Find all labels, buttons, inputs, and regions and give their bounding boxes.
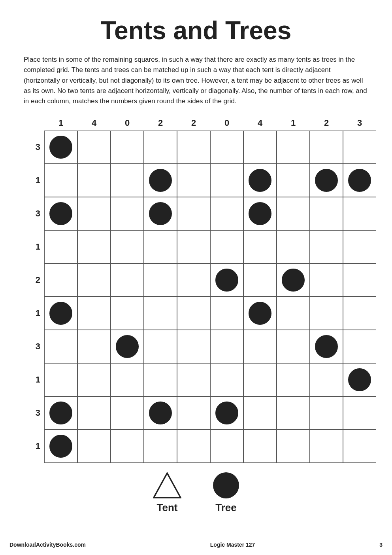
grid-cell-0-8[interactable]	[310, 131, 343, 164]
grid-cell-3-6[interactable]	[243, 230, 277, 263]
grid-cell-5-9[interactable]	[343, 297, 376, 330]
grid-cell-9-5[interactable]	[210, 430, 243, 463]
grid-cell-6-0[interactable]	[44, 330, 77, 363]
grid-cell-9-1[interactable]	[77, 430, 111, 463]
grid-cell-8-1[interactable]	[77, 396, 111, 430]
grid-cell-1-7[interactable]	[277, 164, 310, 197]
grid-cell-5-2[interactable]	[111, 297, 144, 330]
grid-cell-6-5[interactable]	[210, 330, 243, 363]
grid-cell-2-4[interactable]	[177, 197, 210, 230]
grid-cell-7-2[interactable]	[111, 363, 144, 396]
grid-cell-1-2[interactable]	[111, 164, 144, 197]
grid-cell-7-1[interactable]	[77, 363, 111, 396]
grid-cell-0-7[interactable]	[277, 131, 310, 164]
grid-cell-3-7[interactable]	[277, 230, 310, 263]
grid-cell-0-5[interactable]	[210, 131, 243, 164]
grid-cell-4-1[interactable]	[77, 263, 111, 297]
grid-cell-5-7[interactable]	[277, 297, 310, 330]
grid-cell-5-4[interactable]	[177, 297, 210, 330]
grid-cell-0-0[interactable]	[44, 131, 77, 164]
grid-cell-5-6[interactable]	[243, 297, 277, 330]
grid-cell-7-4[interactable]	[177, 363, 210, 396]
grid-cell-2-2[interactable]	[111, 197, 144, 230]
grid-cell-7-7[interactable]	[277, 363, 310, 396]
grid-cell-2-1[interactable]	[77, 197, 111, 230]
grid-cell-9-6[interactable]	[243, 430, 277, 463]
grid-cell-7-0[interactable]	[44, 363, 77, 396]
grid-cell-3-3[interactable]	[144, 230, 177, 263]
grid-cell-5-8[interactable]	[310, 297, 343, 330]
grid-cell-3-8[interactable]	[310, 230, 343, 263]
grid-cell-7-3[interactable]	[144, 363, 177, 396]
grid-cell-9-8[interactable]	[310, 430, 343, 463]
grid-cell-3-5[interactable]	[210, 230, 243, 263]
grid-cell-7-5[interactable]	[210, 363, 243, 396]
grid-cell-6-2[interactable]	[111, 330, 144, 363]
grid-cell-9-7[interactable]	[277, 430, 310, 463]
grid-cell-4-6[interactable]	[243, 263, 277, 297]
grid-cell-1-8[interactable]	[310, 164, 343, 197]
grid-cell-2-8[interactable]	[310, 197, 343, 230]
grid-cell-8-6[interactable]	[243, 396, 277, 430]
grid-cell-3-0[interactable]	[44, 230, 77, 263]
grid-cell-6-3[interactable]	[144, 330, 177, 363]
grid-cell-7-6[interactable]	[243, 363, 277, 396]
grid-cell-0-4[interactable]	[177, 131, 210, 164]
grid-cell-2-7[interactable]	[277, 197, 310, 230]
grid-cell-7-9[interactable]	[343, 363, 376, 396]
grid-cell-0-9[interactable]	[343, 131, 376, 164]
grid-cell-8-8[interactable]	[310, 396, 343, 430]
grid-cell-6-7[interactable]	[277, 330, 310, 363]
grid-cell-4-5[interactable]	[210, 263, 243, 297]
grid-cell-5-5[interactable]	[210, 297, 243, 330]
grid-cell-6-4[interactable]	[177, 330, 210, 363]
grid-cell-8-5[interactable]	[210, 396, 243, 430]
grid-cell-4-8[interactable]	[310, 263, 343, 297]
grid-cell-0-6[interactable]	[243, 131, 277, 164]
grid-cell-4-4[interactable]	[177, 263, 210, 297]
grid-cell-8-0[interactable]	[44, 396, 77, 430]
grid-cell-0-1[interactable]	[77, 131, 111, 164]
grid-cell-3-1[interactable]	[77, 230, 111, 263]
grid-cell-1-1[interactable]	[77, 164, 111, 197]
grid-cell-4-9[interactable]	[343, 263, 376, 297]
grid-cell-2-3[interactable]	[144, 197, 177, 230]
grid-cell-9-9[interactable]	[343, 430, 376, 463]
grid-cell-2-0[interactable]	[44, 197, 77, 230]
grid-cell-8-4[interactable]	[177, 396, 210, 430]
grid-cell-1-4[interactable]	[177, 164, 210, 197]
grid-cell-6-9[interactable]	[343, 330, 376, 363]
grid-cell-8-2[interactable]	[111, 396, 144, 430]
grid-cell-9-2[interactable]	[111, 430, 144, 463]
grid-cell-4-3[interactable]	[144, 263, 177, 297]
grid-cell-6-8[interactable]	[310, 330, 343, 363]
grid-cell-8-3[interactable]	[144, 396, 177, 430]
grid-cell-9-0[interactable]	[44, 430, 77, 463]
grid-cell-1-6[interactable]	[243, 164, 277, 197]
grid-cell-1-5[interactable]	[210, 164, 243, 197]
grid-cell-8-9[interactable]	[343, 396, 376, 430]
grid-cell-1-3[interactable]	[144, 164, 177, 197]
grid-cell-7-8[interactable]	[310, 363, 343, 396]
grid-cell-4-2[interactable]	[111, 263, 144, 297]
grid-cell-0-2[interactable]	[111, 131, 144, 164]
grid-cell-6-1[interactable]	[77, 330, 111, 363]
grid-cell-9-3[interactable]	[144, 430, 177, 463]
grid-cell-2-5[interactable]	[210, 197, 243, 230]
grid-cell-3-4[interactable]	[177, 230, 210, 263]
grid-cell-3-9[interactable]	[343, 230, 376, 263]
grid-cell-1-9[interactable]	[343, 164, 376, 197]
grid-cell-4-7[interactable]	[277, 263, 310, 297]
grid-cell-5-3[interactable]	[144, 297, 177, 330]
grid-cell-3-2[interactable]	[111, 230, 144, 263]
grid-cell-1-0[interactable]	[44, 164, 77, 197]
grid-cell-2-9[interactable]	[343, 197, 376, 230]
grid-cell-9-4[interactable]	[177, 430, 210, 463]
grid-cell-4-0[interactable]	[44, 263, 77, 297]
grid-cell-2-6[interactable]	[243, 197, 277, 230]
grid-cell-0-3[interactable]	[144, 131, 177, 164]
grid-cell-8-7[interactable]	[277, 396, 310, 430]
grid-cell-5-0[interactable]	[44, 297, 77, 330]
grid-cell-5-1[interactable]	[77, 297, 111, 330]
grid-cell-6-6[interactable]	[243, 330, 277, 363]
